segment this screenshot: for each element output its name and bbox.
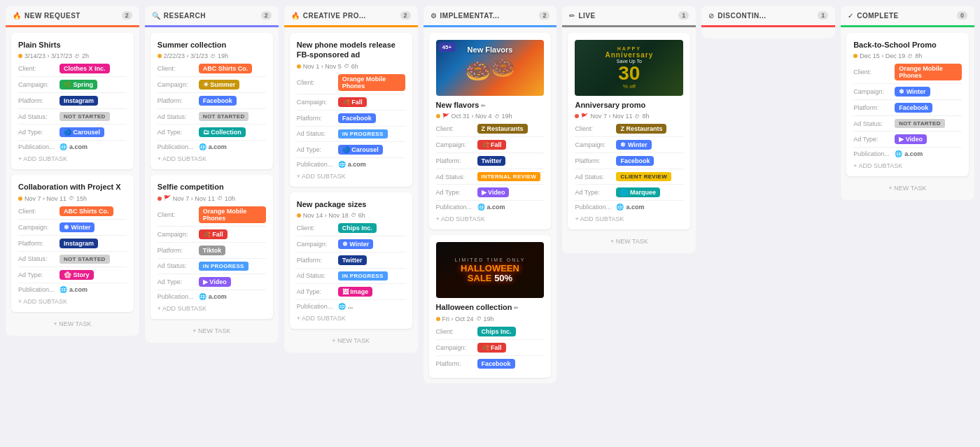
column-body-implementation: 45+ New Flavors 🍩 New flavors ✏🚩Oct 31 ›… bbox=[424, 27, 557, 383]
field-badge[interactable]: Z Restaurants bbox=[477, 124, 528, 134]
field-badge[interactable]: 🍂 Fall bbox=[477, 140, 506, 150]
add-subtask-button[interactable]: + ADD SUBTASK bbox=[158, 302, 266, 312]
field-badge[interactable]: 🔵 Carousel bbox=[338, 145, 383, 155]
field-badge[interactable]: 🌐 a.com bbox=[338, 161, 366, 168]
field-badge[interactable]: 🗂 Collection bbox=[199, 127, 246, 137]
card-field-0: Client:ABC Shirts Co. bbox=[158, 64, 266, 73]
time-value: 19h bbox=[484, 315, 494, 322]
field-label: Ad Type: bbox=[158, 278, 196, 285]
field-badge[interactable]: 🍂 Fall bbox=[199, 229, 227, 239]
new-task-button[interactable]: + NEW TASK bbox=[568, 235, 690, 248]
field-label: Platform: bbox=[436, 360, 475, 367]
field-badge[interactable]: Instagram bbox=[59, 239, 98, 248]
field-label: Ad Status: bbox=[158, 262, 196, 269]
field-badge[interactable]: ☀ Summer bbox=[199, 80, 240, 90]
field-badge[interactable]: 🌐 a.com bbox=[616, 204, 644, 211]
field-badge[interactable]: ▶ Video bbox=[199, 277, 231, 287]
new-task-button[interactable]: + NEW TASK bbox=[290, 334, 412, 347]
column-header-discontinued: ⊘DISCONTIN...1 bbox=[701, 6, 835, 27]
field-badge[interactable]: Orange Mobile Phones bbox=[338, 74, 405, 91]
field-badge[interactable]: 🌐 a.com bbox=[59, 143, 88, 150]
field-badge[interactable]: Twitter bbox=[338, 255, 367, 265]
field-badge[interactable]: Orange Mobile Phones bbox=[199, 206, 266, 223]
new-task-button[interactable]: + NEW TASK bbox=[846, 182, 969, 194]
field-badge[interactable]: ❄ Winter bbox=[616, 140, 651, 150]
column-title-discontinued: DISCONTIN... bbox=[718, 12, 814, 20]
field-label: Platform: bbox=[297, 257, 335, 264]
time-value: 6h bbox=[351, 63, 358, 70]
field-badge[interactable]: Chips Inc. bbox=[338, 223, 377, 233]
card-title-plain-shirts: Plain Shirts bbox=[18, 40, 127, 50]
field-badge[interactable]: 🌸 Story bbox=[59, 270, 94, 280]
field-badge[interactable]: Instagram bbox=[59, 96, 98, 106]
edit-icon[interactable]: ✏ bbox=[512, 305, 518, 311]
field-badge[interactable]: ❄ Winter bbox=[895, 87, 930, 97]
field-badge[interactable]: 🌿 Spring bbox=[59, 80, 97, 90]
add-subtask-button[interactable]: + ADD SUBTASK bbox=[436, 213, 545, 222]
add-subtask-button[interactable]: + ADD SUBTASK bbox=[18, 152, 127, 162]
add-subtask-button[interactable]: + ADD SUBTASK bbox=[158, 152, 266, 162]
column-icon-new-request: 🔥 bbox=[13, 12, 21, 20]
add-subtask-button[interactable]: + ADD SUBTASK bbox=[575, 213, 683, 222]
column-implementation: ⚙IMPLEMENTAT...2 45+ New Flavors 🍩 New f… bbox=[424, 6, 557, 383]
field-badge[interactable]: Chips Inc. bbox=[477, 327, 516, 336]
field-badge[interactable]: Facebook bbox=[477, 359, 515, 369]
field-badge[interactable]: Z Restaurants bbox=[616, 124, 666, 134]
field-badge[interactable]: 🔵 Carousel bbox=[59, 127, 104, 137]
field-badge[interactable]: Twitter bbox=[477, 156, 506, 166]
field-badge[interactable]: 🌐 a.com bbox=[895, 150, 923, 157]
edit-icon[interactable]: ✏ bbox=[479, 103, 485, 109]
field-badge[interactable]: ❄ Winter bbox=[338, 239, 373, 249]
column-count-research: 2 bbox=[261, 11, 272, 20]
field-badge[interactable]: Facebook bbox=[895, 103, 932, 113]
field-badge[interactable]: 🌐 a.com bbox=[199, 143, 227, 150]
card-field-5: Publication...🌐 a.com bbox=[575, 204, 683, 211]
field-badge[interactable]: ABC Shirts Co. bbox=[59, 206, 113, 216]
card-field-5: Publication...🌐 a.com bbox=[853, 150, 962, 157]
field-badge[interactable]: Clothes X Inc. bbox=[59, 64, 110, 73]
field-badge[interactable]: Facebook bbox=[199, 96, 237, 106]
field-label: Client: bbox=[436, 328, 475, 335]
card-field-1: Campaign:🍂 Fall bbox=[436, 140, 545, 150]
new-task-button[interactable]: + NEW TASK bbox=[150, 325, 273, 337]
field-badge[interactable]: 🌐 a.com bbox=[199, 293, 227, 300]
field-badge[interactable]: Tiktok bbox=[199, 246, 225, 255]
add-subtask-button[interactable]: + ADD SUBTASK bbox=[297, 312, 405, 322]
field-badge[interactable]: 🌐 ... bbox=[338, 303, 354, 310]
field-badge[interactable]: 🖼 Image bbox=[338, 287, 373, 297]
card-field-0: Client:Z Restaurants bbox=[436, 124, 545, 134]
field-badge[interactable]: ❄ Winter bbox=[59, 222, 94, 232]
column-header-research: 🔍RESEARCH2 bbox=[145, 6, 279, 27]
column-icon-live: ✏ bbox=[569, 12, 575, 20]
field-badge[interactable]: 🌐 a.com bbox=[477, 204, 505, 211]
field-label: Campaign: bbox=[158, 231, 196, 238]
status-badge: NOT STARTED bbox=[59, 255, 110, 264]
field-badge[interactable]: 🌐 Marquee bbox=[616, 187, 660, 197]
field-badge[interactable]: ▶ Video bbox=[477, 187, 510, 197]
field-label: Platform: bbox=[297, 115, 335, 122]
card-anniversary-promo: HAPPY Anniversary Save Up To 30 % off An… bbox=[568, 33, 690, 229]
time-icon: ⏱ bbox=[210, 53, 216, 59]
add-subtask-button[interactable]: + ADD SUBTASK bbox=[18, 295, 127, 305]
field-badge[interactable]: 🍂 Fall bbox=[477, 343, 506, 353]
time-value: 8h bbox=[642, 113, 649, 120]
field-badge[interactable]: 🍂 Fall bbox=[338, 97, 367, 107]
add-subtask-button[interactable]: + ADD SUBTASK bbox=[297, 170, 405, 180]
card-field-4: Ad Type:▶ Video bbox=[158, 277, 266, 287]
add-subtask-button[interactable]: + ADD SUBTASK bbox=[853, 159, 962, 169]
card-title-new-package-sizes: New package sizes bbox=[297, 199, 405, 209]
status-badge: NOT STARTED bbox=[895, 119, 945, 128]
field-badge[interactable]: Orange Mobile Phones bbox=[895, 64, 962, 80]
field-badge[interactable]: ABC Shirts Co. bbox=[199, 64, 253, 73]
field-badge[interactable]: 🌐 a.com bbox=[59, 286, 88, 293]
field-badge[interactable]: ▶ Video bbox=[895, 134, 927, 144]
card-field-4: Ad Type:🌸 Story bbox=[18, 270, 127, 280]
field-label: Campaign: bbox=[853, 88, 892, 95]
new-task-button[interactable]: + NEW TASK bbox=[11, 318, 134, 330]
card-dates-new-phone-models: Nov 1 › Nov 5 ⏱ 6h bbox=[297, 63, 405, 70]
card-new-flavors: 45+ New Flavors 🍩 New flavors ✏🚩Oct 31 ›… bbox=[429, 33, 552, 229]
field-label: Ad Type: bbox=[18, 271, 57, 278]
field-badge[interactable]: Facebook bbox=[616, 156, 654, 166]
field-badge[interactable]: Facebook bbox=[338, 113, 376, 123]
card-field-1: Campaign:🍂 Fall bbox=[158, 229, 266, 239]
